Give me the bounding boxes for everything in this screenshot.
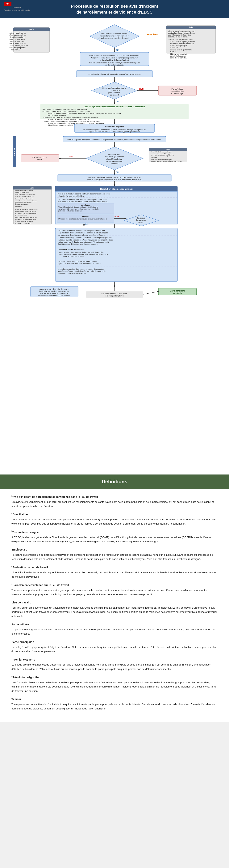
definition-item-7: Lieu de travail :Tout lieu où un employé… — [11, 600, 218, 618]
definition-item-5: cÉvaluation du lieu de travail :L'identi… — [11, 565, 218, 579]
svg-text:L'avis n'est pas
          adm: L'avis n'est pas admissible et fera l'ob… — [170, 88, 184, 95]
definition-title-8: Partie intimée : — [11, 622, 218, 626]
svg-text:Enquête: Enquête — [82, 216, 89, 218]
definition-title-4: Employeur : — [11, 548, 218, 552]
svg-text:NON: NON — [139, 88, 143, 90]
definition-item-10: 3Premier examen :Le but du premier exame… — [11, 657, 218, 671]
definitions-header: Définitions — [0, 474, 229, 489]
definition-title-11: 5Résolution négociée : — [11, 675, 218, 679]
svg-text:L'enquêteur fournit notamment:: L'enquêteur fournit notamment: — [58, 249, 84, 251]
svg-text:Les recommandations sont mises: Les recommandations sont mises en œuvre … — [101, 293, 128, 297]
page-title: Processus de résolution des avis d'incid… — [4, 3, 225, 15]
canada-logo: Emploi et Développement social Canada — [4, 2, 30, 12]
definition-title-1: 1Avis d'incident de harcèlement et de vi… — [11, 495, 218, 499]
svg-text:L'employeur, avec le comité de: L'employeur, avec le comité de santé et … — [38, 288, 71, 297]
svg-text:Avis: Avis — [166, 148, 170, 151]
svg-text:Vous et les parties impliquées: Vous et les parties impliquées à ce mome… — [67, 139, 162, 141]
definition-item-3: bDestinataire désigné :À EDSC, le direct… — [11, 530, 218, 544]
definition-body-4: Personne qui emploie un ou plusieurs emp… — [11, 553, 218, 561]
definition-item-2: 4Conciliation :Un processus informel et … — [11, 512, 218, 526]
flowchart-section: Emploi et Développement social Canada Pr… — [0, 0, 229, 474]
definition-title-2: 4Conciliation : — [11, 512, 218, 517]
flowchart-body: Avis Si la partie principale est un empl… — [0, 18, 229, 474]
svg-text:Le destinataire désigné peut p: Le destinataire désigné peut procéder à … — [58, 199, 108, 203]
definition-item-1: 1Avis d'incident de harcèlement et de vi… — [11, 495, 218, 508]
definition-title-9: Partie principale : — [11, 640, 218, 644]
svg-text:La résolution négociée débuter: La résolution négociée débutera au plus … — [83, 129, 146, 131]
svg-text:Le rapport de l'est vous l'ide: Le rapport de l'est vous l'identité de c… — [58, 260, 101, 265]
definition-item-12: Témoin :Toute personne qui est témoin d'… — [11, 697, 218, 711]
svg-text:OUI: OUI — [85, 223, 89, 225]
svg-text:OUI: OUI — [116, 101, 119, 103]
svg-text:Conciliation: Conciliation — [80, 204, 91, 206]
svg-text:Avis: Avis — [31, 187, 35, 189]
definitions-section: Définitions 1Avis d'incident de harcèlem… — [0, 474, 229, 722]
svg-line-105 — [143, 291, 158, 294]
definition-body-12: Toute personne qui est témoin d'un incid… — [11, 702, 218, 711]
definition-body-2: Un processus informel et confidentiel où… — [11, 518, 218, 526]
definition-item-9: Partie principale :L'employé ou l'employ… — [11, 640, 218, 654]
svg-text:La destinataire désigné fait u: La destinataire désigné fait un premier … — [88, 73, 141, 75]
flowchart-header: Emploi et Développement social Canada Pr… — [0, 0, 229, 18]
definition-title-12: Témoin : — [11, 697, 218, 701]
definition-body-3: À EDSC, le directeur général de la Direc… — [11, 535, 218, 544]
svg-rect-0 — [4, 2, 6, 6]
svg-text:Avis: Avis — [189, 26, 193, 28]
definition-title-3: bDestinataire désigné : — [11, 530, 218, 534]
definition-body-8: La personne désignée dans un avis d'inci… — [11, 627, 218, 636]
definition-title-5: cÉvaluation du lieu de travail : — [11, 565, 218, 569]
svg-rect-2 — [9, 2, 11, 6]
definition-item-8: Partie intimée :La personne désignée dan… — [11, 622, 218, 636]
svg-text:UNITÉ RH: UNITÉ RH — [13, 148, 15, 156]
svg-text:PEUT-ÊTRE: PEUT-ÊTRE — [147, 33, 158, 35]
definition-body-7: Tout lieu où un employé effectue un trav… — [11, 606, 218, 619]
svg-text:Avis: Avis — [29, 28, 34, 30]
definition-body-10: Le but du premier examen est de détermin… — [11, 663, 218, 671]
svg-text:OUI: OUI — [116, 172, 119, 174]
svg-text:OUI: OUI — [116, 49, 119, 51]
definition-title-10: 3Premier examen : — [11, 657, 218, 662]
definitions-title: Définitions — [102, 479, 127, 485]
svg-text:Avez-vous le sentiment d'être : Avez-vous le sentiment d'être ou d'avoir… — [98, 32, 130, 39]
svg-text:NON: NON — [115, 216, 119, 218]
definition-body-11: Une forme de résolution informelle dans … — [11, 680, 218, 693]
definition-body-9: L'employé ou l'employeur qui est l'objet… — [11, 645, 218, 654]
svg-text:Le destinataire désigné fourni: Le destinataire désigné fournit un avis … — [58, 229, 108, 236]
svg-text:Résolution négociée: Résolution négociée — [105, 126, 124, 128]
definition-body-5: L'identification des facteurs de risque,… — [11, 570, 218, 579]
svg-text:NON: NON — [69, 156, 73, 158]
definitions-content: 1Avis d'incident de harcèlement et de vi… — [0, 489, 229, 722]
svg-text:Vous et le destinataire désign: Vous et le destinataire désigné convienn… — [87, 176, 142, 181]
flowchart-diagram: Avis Si la partie principale est un empl… — [4, 22, 225, 471]
svg-text:rapport et s'il y a lieu des e: rapport et s'il y a lieu des efforts vol… — [89, 131, 140, 132]
definition-item-4: Employeur :Personne qui emploie un ou pl… — [11, 548, 218, 561]
definition-item-6: 2Harcèlement et violence sur le lieu de … — [11, 583, 218, 597]
svg-text:Dans les 7 jours suivant la ré: Dans les 7 jours suivant la réception de… — [84, 105, 145, 108]
definition-body-6: Tout acte, comportement ou commentaire, … — [11, 588, 218, 597]
definition-body-1: Un avis, fourni verbalement ou par écrit… — [11, 500, 218, 508]
definition-item-11: 5Résolution négociée :Une forme de résol… — [11, 675, 218, 693]
definition-title-6: 2Harcèlement et violence sur le lieu de … — [11, 583, 218, 587]
definition-title-7: Lieu de travail : — [11, 600, 218, 604]
svg-rect-55 — [21, 155, 59, 162]
svg-text:L'incident doit faire l'objet : L'incident doit faire l'objet d'une enqu… — [58, 218, 107, 220]
svg-text:Résolution négociée (continuée: Résolution négociée (continuée) — [100, 188, 133, 190]
